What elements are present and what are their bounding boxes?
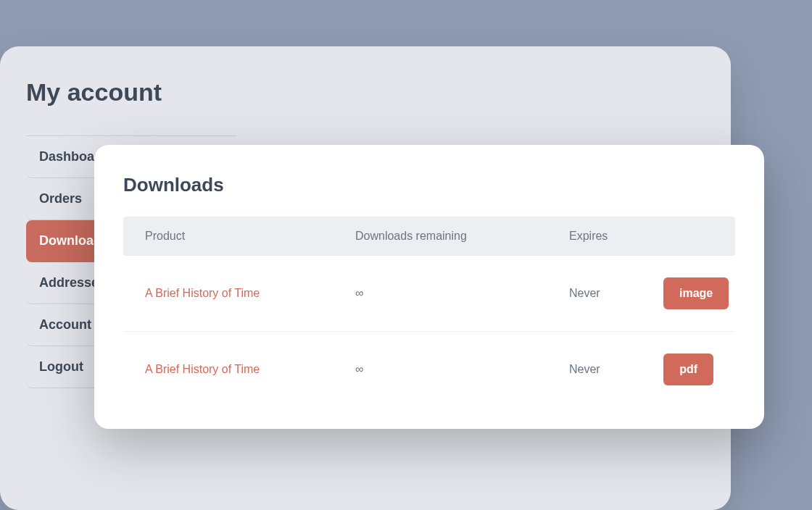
- modal-title: Downloads: [123, 174, 735, 196]
- table-header: Product Downloads remaining Expires: [123, 217, 735, 256]
- column-header-expires: Expires: [569, 230, 663, 243]
- download-pdf-button[interactable]: pdf: [663, 354, 713, 385]
- table-row: A Brief History of Time ∞ Never image: [123, 256, 735, 332]
- downloads-modal: Downloads Product Downloads remaining Ex…: [94, 145, 764, 429]
- remaining-value: ∞: [355, 287, 569, 300]
- product-link[interactable]: A Brief History of Time: [145, 287, 260, 299]
- expires-value: Never: [569, 287, 663, 300]
- column-header-remaining: Downloads remaining: [355, 230, 569, 243]
- table-row: A Brief History of Time ∞ Never pdf: [123, 332, 735, 407]
- downloads-table: Product Downloads remaining Expires A Br…: [123, 217, 735, 407]
- download-image-button[interactable]: image: [663, 277, 729, 309]
- remaining-value: ∞: [355, 363, 569, 376]
- column-header-product: Product: [145, 230, 355, 243]
- page-title: My account: [26, 78, 705, 106]
- product-link[interactable]: A Brief History of Time: [145, 363, 260, 375]
- expires-value: Never: [569, 363, 663, 376]
